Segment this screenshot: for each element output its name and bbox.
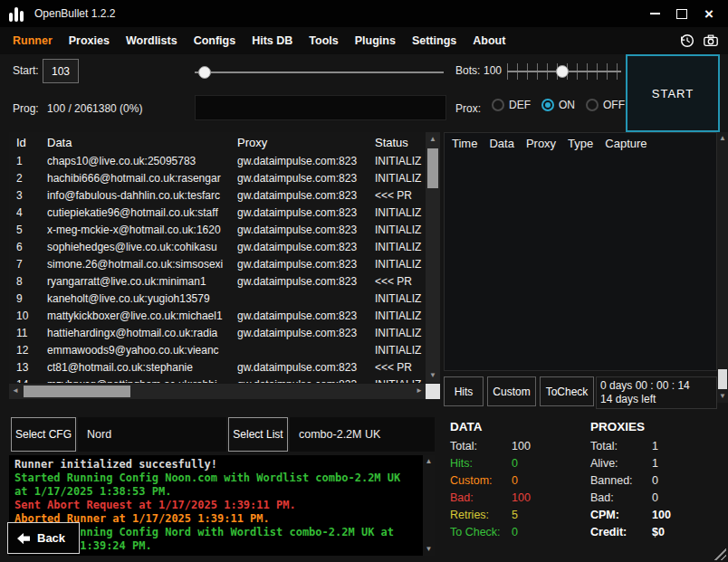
cell-proxy: gw.dataimpulse.com:823 [237, 224, 375, 236]
table-row[interactable]: 9kaneholt@live.co.uk:yugioh13579INITIALI… [9, 290, 426, 307]
vertical-scroll-thumb[interactable] [427, 148, 438, 188]
stat-row: Total:1 [590, 438, 717, 455]
menu-item-about[interactable]: About [473, 34, 505, 47]
stat-label: Banned: [590, 472, 652, 490]
results-table[interactable]: IdDataProxyStatus 1chaps10@live.co.uk:25… [9, 132, 426, 383]
camera-icon[interactable] [703, 33, 719, 49]
scroll-down-icon[interactable]: ▼ [426, 372, 440, 379]
radio-off-icon [586, 99, 599, 111]
cell-data: chaps10@live.co.uk:25095783 [47, 155, 237, 167]
table-row[interactable]: 12emmawoods9@yahoo.co.uk:vieancINITIALIZ [9, 341, 426, 358]
select-list-button[interactable]: Select List [228, 417, 288, 452]
stat-value: 100 [512, 438, 531, 455]
prox-option-off[interactable]: OFF [586, 99, 625, 111]
table-row[interactable]: 5x-meg-mckie-x@hotmail.co.uk:1620gw.data… [9, 221, 426, 238]
table-row[interactable]: 6sophiehedges@live.co.uk:cohikasugw.data… [9, 238, 426, 255]
results-horizontal-scrollbar[interactable]: ◄ ► [9, 384, 426, 399]
timer-remaining: 14 days left [600, 393, 713, 406]
log-scroll-down-icon[interactable]: ▼ [423, 546, 435, 553]
cell-data: mzvbrwcg@nottingham.ac.uk:rabbi [47, 378, 237, 384]
start-position-input[interactable]: 103 [43, 59, 79, 83]
menu-item-configs[interactable]: Configs [194, 34, 236, 47]
table-row[interactable]: 3info@fabulous-dahhlin.co.uk:tesfarcgw.d… [9, 186, 426, 204]
table-row[interactable]: 13ct81@hotmail.co.uk:stephaniegw.dataimp… [9, 358, 426, 376]
bots-slider-thumb[interactable] [556, 65, 569, 78]
column-header-proxy[interactable]: Proxy [237, 136, 375, 149]
close-button[interactable]: × [695, 2, 723, 25]
column-header-id[interactable]: Id [16, 136, 47, 149]
history-clock-icon[interactable] [679, 33, 695, 49]
table-row[interactable]: 10mattykickboxer@live.co.uk:michael1gw.d… [9, 307, 426, 324]
table-row[interactable]: 4cutiepiekatie96@hotmail.co.uk:staffgw.d… [9, 204, 426, 221]
capture-scroll-down-icon[interactable]: ▼ [717, 393, 728, 400]
menu-item-proxies[interactable]: Proxies [69, 34, 110, 47]
data-stats-section: DATA Total:100Hits:0Custom:0Bad:100Retri… [450, 420, 586, 541]
column-header-data[interactable]: Data [47, 136, 237, 149]
stat-value: 0 [512, 524, 518, 541]
cell-id: 3 [16, 189, 47, 202]
start-slider[interactable] [195, 66, 444, 79]
scroll-left-icon[interactable]: ◄ [11, 387, 20, 395]
capture-column-type[interactable]: Type [568, 137, 593, 150]
capture-column-proxy[interactable]: Proxy [526, 137, 556, 150]
tab-hits[interactable]: Hits [444, 376, 484, 406]
horizontal-scroll-thumb[interactable] [24, 386, 130, 397]
menu-item-hits-db[interactable]: Hits DB [252, 34, 292, 47]
menu-item-tools[interactable]: Tools [309, 34, 338, 47]
close-icon: × [704, 6, 714, 22]
cell-data: cutiepiekatie96@hotmail.co.uk:staff [47, 206, 237, 219]
capture-scroll-thumb[interactable] [718, 369, 727, 389]
proxies-stats-title: PROXIES [590, 420, 717, 433]
cell-status: INITIALIZ [375, 344, 426, 357]
openbullet-window: OpenBullet 1.2.2 × RunnerProxiesWordlist… [0, 0, 728, 562]
cell-status: INITIALIZ [375, 292, 426, 305]
table-row[interactable]: 7simone.26@hotmail.co.uk:simsosexigw.dat… [9, 255, 426, 272]
prox-def-label: DEF [509, 99, 531, 111]
tab-custom[interactable]: Custom [487, 376, 536, 406]
start-slider-thumb[interactable] [198, 66, 211, 79]
start-button[interactable]: START [626, 54, 720, 132]
capture-column-data[interactable]: Data [489, 137, 513, 150]
menu-item-wordlists[interactable]: Wordlists [126, 34, 177, 47]
capture-column-capture[interactable]: Capture [605, 137, 647, 150]
tab-tocheck[interactable]: ToCheck [540, 376, 594, 406]
cell-id: 6 [16, 241, 47, 253]
log-scroll-up-icon[interactable]: ▲ [423, 458, 435, 465]
prox-option-on[interactable]: ON [541, 99, 575, 111]
maximize-button[interactable] [668, 2, 695, 25]
title-bar: OpenBullet 1.2.2 × [0, 0, 728, 27]
bots-value: 100 [484, 64, 502, 77]
cell-id: 12 [16, 344, 47, 357]
maximize-icon [676, 9, 687, 19]
cell-id: 5 [16, 224, 47, 236]
prox-option-def[interactable]: DEF [492, 99, 531, 111]
table-row[interactable]: 8ryangarratt@live.co.uk:miniman1gw.datai… [9, 272, 426, 290]
menu-item-settings[interactable]: Settings [412, 34, 456, 47]
table-row[interactable]: 2hachibi666@hotmail.co.uk:rasengargw.dat… [9, 169, 426, 186]
menu-item-runner[interactable]: Runner [13, 34, 53, 47]
back-button[interactable]: Back [7, 522, 80, 554]
capture-table-header: TimeDataProxyTypeCapture [445, 133, 716, 154]
scroll-right-icon[interactable]: ► [415, 387, 424, 395]
menu-bar: RunnerProxiesWordlistsConfigsHits DBTool… [0, 27, 728, 54]
table-row[interactable]: 14mzvbrwcg@nottingham.ac.uk:rabbigw.data… [9, 376, 426, 383]
radio-on-icon [541, 99, 554, 111]
table-row[interactable]: 11hattiehardingx@hotmail.co.uk:radiagw.d… [9, 324, 426, 341]
prog-value: 100 / 2061380 (0%) [47, 102, 142, 115]
capture-vertical-scrollbar[interactable]: ▲ ▼ [717, 132, 728, 403]
log-scrollbar[interactable]: ▲ ▼ [423, 455, 435, 556]
minimize-button[interactable] [641, 2, 668, 25]
menu-item-plugins[interactable]: Plugins [355, 34, 396, 47]
resize-grip[interactable] [713, 547, 726, 560]
select-cfg-button[interactable]: Select CFG [11, 417, 76, 452]
capture-column-time[interactable]: Time [452, 137, 477, 150]
column-header-status[interactable]: Status [375, 136, 426, 149]
results-vertical-scrollbar[interactable]: ▲ ▼ [426, 132, 440, 383]
scroll-up-icon[interactable]: ▲ [426, 136, 440, 143]
table-row[interactable]: 1chaps10@live.co.uk:25095783gw.dataimpul… [9, 152, 426, 169]
capture-scroll-up-icon[interactable]: ▲ [717, 135, 728, 142]
menu-bar-items: RunnerProxiesWordlistsConfigsHits DBTool… [13, 34, 505, 47]
bots-slider[interactable] [507, 65, 621, 78]
cell-id: 10 [16, 310, 47, 322]
stat-value: 0 [512, 455, 518, 472]
